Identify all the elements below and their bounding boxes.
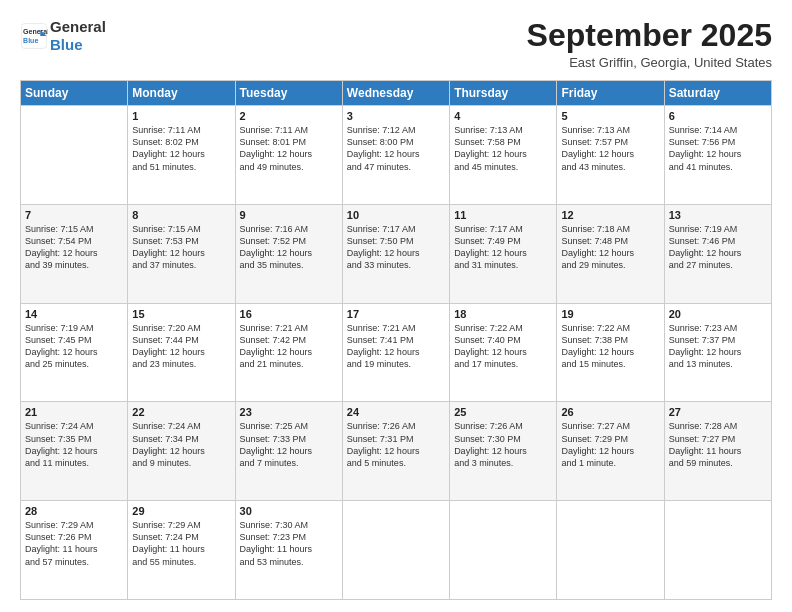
cell-content: Sunrise: 7:30 AMSunset: 7:23 PMDaylight:… (240, 519, 338, 568)
calendar-cell (342, 501, 449, 600)
day-number: 10 (347, 209, 445, 221)
day-number: 12 (561, 209, 659, 221)
cell-content: Sunrise: 7:25 AMSunset: 7:33 PMDaylight:… (240, 420, 338, 469)
day-number: 21 (25, 406, 123, 418)
day-number: 15 (132, 308, 230, 320)
calendar-cell: 5Sunrise: 7:13 AMSunset: 7:57 PMDaylight… (557, 106, 664, 205)
calendar-cell: 7Sunrise: 7:15 AMSunset: 7:54 PMDaylight… (21, 204, 128, 303)
cell-content: Sunrise: 7:17 AMSunset: 7:50 PMDaylight:… (347, 223, 445, 272)
cell-content: Sunrise: 7:17 AMSunset: 7:49 PMDaylight:… (454, 223, 552, 272)
calendar-cell: 29Sunrise: 7:29 AMSunset: 7:24 PMDayligh… (128, 501, 235, 600)
week-row-2: 14Sunrise: 7:19 AMSunset: 7:45 PMDayligh… (21, 303, 772, 402)
day-number: 26 (561, 406, 659, 418)
cell-content: Sunrise: 7:21 AMSunset: 7:42 PMDaylight:… (240, 322, 338, 371)
cell-content: Sunrise: 7:11 AMSunset: 8:01 PMDaylight:… (240, 124, 338, 173)
day-header-thursday: Thursday (450, 81, 557, 106)
location: East Griffin, Georgia, United States (527, 55, 772, 70)
cell-content: Sunrise: 7:12 AMSunset: 8:00 PMDaylight:… (347, 124, 445, 173)
calendar-cell: 12Sunrise: 7:18 AMSunset: 7:48 PMDayligh… (557, 204, 664, 303)
cell-content: Sunrise: 7:26 AMSunset: 7:31 PMDaylight:… (347, 420, 445, 469)
cell-content: Sunrise: 7:18 AMSunset: 7:48 PMDaylight:… (561, 223, 659, 272)
day-header-monday: Monday (128, 81, 235, 106)
day-header-saturday: Saturday (664, 81, 771, 106)
day-number: 9 (240, 209, 338, 221)
cell-content: Sunrise: 7:29 AMSunset: 7:26 PMDaylight:… (25, 519, 123, 568)
calendar-cell (557, 501, 664, 600)
cell-content: Sunrise: 7:13 AMSunset: 7:57 PMDaylight:… (561, 124, 659, 173)
cell-content: Sunrise: 7:20 AMSunset: 7:44 PMDaylight:… (132, 322, 230, 371)
day-number: 8 (132, 209, 230, 221)
cell-content: Sunrise: 7:11 AMSunset: 8:02 PMDaylight:… (132, 124, 230, 173)
header: General Blue General Blue September 2025… (20, 18, 772, 70)
day-number: 7 (25, 209, 123, 221)
cell-content: Sunrise: 7:13 AMSunset: 7:58 PMDaylight:… (454, 124, 552, 173)
calendar-cell (664, 501, 771, 600)
day-number: 2 (240, 110, 338, 122)
calendar-cell: 9Sunrise: 7:16 AMSunset: 7:52 PMDaylight… (235, 204, 342, 303)
calendar-cell: 13Sunrise: 7:19 AMSunset: 7:46 PMDayligh… (664, 204, 771, 303)
day-number: 11 (454, 209, 552, 221)
logo-text: General Blue (50, 18, 106, 54)
cell-content: Sunrise: 7:29 AMSunset: 7:24 PMDaylight:… (132, 519, 230, 568)
day-number: 24 (347, 406, 445, 418)
cell-content: Sunrise: 7:27 AMSunset: 7:29 PMDaylight:… (561, 420, 659, 469)
calendar-cell: 18Sunrise: 7:22 AMSunset: 7:40 PMDayligh… (450, 303, 557, 402)
day-number: 16 (240, 308, 338, 320)
calendar-cell: 6Sunrise: 7:14 AMSunset: 7:56 PMDaylight… (664, 106, 771, 205)
calendar-cell: 3Sunrise: 7:12 AMSunset: 8:00 PMDaylight… (342, 106, 449, 205)
day-number: 6 (669, 110, 767, 122)
cell-content: Sunrise: 7:23 AMSunset: 7:37 PMDaylight:… (669, 322, 767, 371)
cell-content: Sunrise: 7:28 AMSunset: 7:27 PMDaylight:… (669, 420, 767, 469)
calendar-cell: 23Sunrise: 7:25 AMSunset: 7:33 PMDayligh… (235, 402, 342, 501)
day-header-wednesday: Wednesday (342, 81, 449, 106)
day-number: 23 (240, 406, 338, 418)
page: General Blue General Blue September 2025… (0, 0, 792, 612)
cell-content: Sunrise: 7:19 AMSunset: 7:46 PMDaylight:… (669, 223, 767, 272)
calendar-cell: 26Sunrise: 7:27 AMSunset: 7:29 PMDayligh… (557, 402, 664, 501)
cell-content: Sunrise: 7:21 AMSunset: 7:41 PMDaylight:… (347, 322, 445, 371)
svg-text:Blue: Blue (23, 37, 38, 44)
calendar-cell: 8Sunrise: 7:15 AMSunset: 7:53 PMDaylight… (128, 204, 235, 303)
calendar-cell: 15Sunrise: 7:20 AMSunset: 7:44 PMDayligh… (128, 303, 235, 402)
week-row-3: 21Sunrise: 7:24 AMSunset: 7:35 PMDayligh… (21, 402, 772, 501)
day-number: 19 (561, 308, 659, 320)
logo: General Blue General Blue (20, 18, 106, 54)
cell-content: Sunrise: 7:24 AMSunset: 7:35 PMDaylight:… (25, 420, 123, 469)
day-number: 28 (25, 505, 123, 517)
day-number: 4 (454, 110, 552, 122)
logo-icon: General Blue (20, 22, 48, 50)
day-header-sunday: Sunday (21, 81, 128, 106)
day-number: 3 (347, 110, 445, 122)
calendar-cell: 25Sunrise: 7:26 AMSunset: 7:30 PMDayligh… (450, 402, 557, 501)
cell-content: Sunrise: 7:15 AMSunset: 7:54 PMDaylight:… (25, 223, 123, 272)
day-number: 27 (669, 406, 767, 418)
day-number: 1 (132, 110, 230, 122)
day-number: 22 (132, 406, 230, 418)
calendar-cell: 4Sunrise: 7:13 AMSunset: 7:58 PMDaylight… (450, 106, 557, 205)
cell-content: Sunrise: 7:24 AMSunset: 7:34 PMDaylight:… (132, 420, 230, 469)
day-number: 17 (347, 308, 445, 320)
calendar-cell: 27Sunrise: 7:28 AMSunset: 7:27 PMDayligh… (664, 402, 771, 501)
week-row-4: 28Sunrise: 7:29 AMSunset: 7:26 PMDayligh… (21, 501, 772, 600)
day-header-friday: Friday (557, 81, 664, 106)
day-number: 14 (25, 308, 123, 320)
calendar-cell: 16Sunrise: 7:21 AMSunset: 7:42 PMDayligh… (235, 303, 342, 402)
day-number: 30 (240, 505, 338, 517)
title-block: September 2025 East Griffin, Georgia, Un… (527, 18, 772, 70)
calendar-cell (21, 106, 128, 205)
calendar-cell: 28Sunrise: 7:29 AMSunset: 7:26 PMDayligh… (21, 501, 128, 600)
calendar-table: SundayMondayTuesdayWednesdayThursdayFrid… (20, 80, 772, 600)
calendar-cell: 30Sunrise: 7:30 AMSunset: 7:23 PMDayligh… (235, 501, 342, 600)
day-number: 18 (454, 308, 552, 320)
cell-content: Sunrise: 7:19 AMSunset: 7:45 PMDaylight:… (25, 322, 123, 371)
calendar-cell: 11Sunrise: 7:17 AMSunset: 7:49 PMDayligh… (450, 204, 557, 303)
calendar-cell: 1Sunrise: 7:11 AMSunset: 8:02 PMDaylight… (128, 106, 235, 205)
header-row: SundayMondayTuesdayWednesdayThursdayFrid… (21, 81, 772, 106)
calendar-cell: 20Sunrise: 7:23 AMSunset: 7:37 PMDayligh… (664, 303, 771, 402)
calendar-cell: 2Sunrise: 7:11 AMSunset: 8:01 PMDaylight… (235, 106, 342, 205)
month-title: September 2025 (527, 18, 772, 53)
cell-content: Sunrise: 7:26 AMSunset: 7:30 PMDaylight:… (454, 420, 552, 469)
day-number: 5 (561, 110, 659, 122)
calendar-cell: 17Sunrise: 7:21 AMSunset: 7:41 PMDayligh… (342, 303, 449, 402)
cell-content: Sunrise: 7:15 AMSunset: 7:53 PMDaylight:… (132, 223, 230, 272)
